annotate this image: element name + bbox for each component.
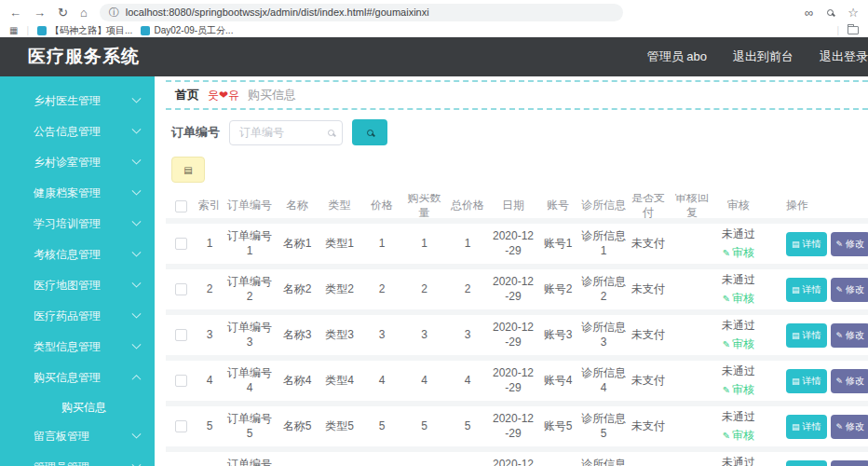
chevron-down-icon [132,217,142,226]
breadcrumb-home[interactable]: 首页 [175,87,199,103]
column-header: 账号 [536,199,579,213]
detail-button-label: 详情 [803,420,821,433]
detail-button[interactable]: ▤ 详情 [786,460,827,466]
sidebar-item-6[interactable]: 考核信息管理 [0,240,155,270]
bookmark-label: 【码神之路】项目... [50,24,132,37]
detail-button-label: 详情 [803,375,821,388]
edit-button[interactable]: ✎ 修改 [831,415,868,439]
sidebar-item-7[interactable]: 医疗地图管理 [0,270,155,301]
edit-button[interactable]: ✎ 修改 [831,278,868,302]
sidebar-item-label: 学习培训管理 [34,216,101,232]
cell-account: 账号3 [536,328,579,343]
cell-order-no: 订单编号4 [224,366,276,395]
review-status: 未通过 [722,227,755,242]
detail-button[interactable]: ▤ 详情 [786,323,827,348]
sidebar-item-8[interactable]: 医疗药品管理 [0,301,155,332]
edit-icon: ✎ [836,240,844,249]
breadcrumb-decor: 웃❤유 [208,88,239,103]
edit-button[interactable]: ✎ 修改 [831,460,868,466]
bookmark-star-icon[interactable]: ☆ [848,7,859,19]
sidebar-item-10[interactable]: 购买信息管理 [0,363,155,393]
review-link-label: 审核 [732,246,754,261]
bookmark-item-1[interactable]: 【码神之路】项目... [37,24,132,37]
cell-price: 2 [360,282,403,297]
divider: | [836,25,839,35]
select-all-checkbox[interactable] [175,200,187,212]
detail-button[interactable]: ▤ 详情 [786,369,827,393]
cell-index: 1 [196,237,224,252]
row-checkbox[interactable] [175,238,187,250]
cell-name: 名称4 [276,374,319,389]
detail-button[interactable]: ▤ 详情 [786,415,827,439]
bookmark-item-2[interactable]: Day02-09-员工分... [141,24,233,37]
sidebar-item-1[interactable]: 乡村医生管理 [0,86,155,116]
cell-order-no: 订单编号3 [224,321,276,350]
home-icon[interactable]: ⌂ [80,7,88,19]
forward-icon[interactable]: → [34,7,46,19]
order-number-input[interactable] [229,120,343,145]
chevron-down-icon [132,125,142,134]
review-link[interactable]: ✎ 审核 [723,292,754,307]
sidebar-item-label: 公告信息管理 [34,124,101,140]
divider: | [26,25,29,35]
detail-button-label: 详情 [803,329,821,342]
sidebar-item-12[interactable]: 管理员管理 [0,452,155,466]
cell-total: 3 [445,328,490,343]
sidebar-item-label: 考核信息管理 [34,247,101,263]
column-header: 购买数量 [403,194,445,221]
review-link[interactable]: ✎ 审核 [723,246,754,261]
review-link[interactable]: ✎ 审核 [723,337,754,352]
sidebar-item-3[interactable]: 乡村诊室管理 [0,147,155,178]
exit-to-front-link[interactable]: 退出到前台 [733,48,793,65]
cell-pay-status: 未支付 [628,374,669,389]
sidebar-menu: 乡村医生管理公告信息管理乡村诊室管理健康档案管理学习培训管理考核信息管理医疗地图… [0,76,155,466]
search-row: 订单编号 [166,119,868,145]
edit-button-label: 修改 [846,329,864,342]
address-bar[interactable]: ⓘ localhost:8080/springbootwssjx/admin/d… [100,4,623,21]
detail-button[interactable]: ▤ 详情 [786,278,827,302]
cell-account: 账号5 [536,419,579,434]
search-label: 订单编号 [171,124,220,141]
cell-date: 2020-12-29 [490,275,536,304]
sidebar-subitem[interactable]: 购买信息 [0,393,155,421]
bookmark-favicon [141,26,150,35]
row-checkbox[interactable] [175,329,187,341]
cell-name: 名称5 [276,419,319,434]
detail-button[interactable]: ▤ 详情 [786,232,827,256]
sidebar-item-4[interactable]: 健康档案管理 [0,178,155,209]
column-header: 审核 [715,199,762,213]
cell-review: 未通过 ✎ 审核 [715,364,762,397]
glasses-extension-icon[interactable]: ∞ [805,7,813,19]
reload-icon[interactable]: ↻ [58,7,68,19]
other-bookmarks-folder-icon[interactable] [848,26,859,34]
sidebar-item-label: 医疗地图管理 [34,278,101,294]
cell-actions: ▤ 详情 ✎ 修改 [762,369,868,393]
sidebar-item-2[interactable]: 公告信息管理 [0,116,155,147]
add-report-button[interactable]: ▤ [171,157,205,183]
zoom-search-icon[interactable] [827,9,834,16]
edit-button[interactable]: ✎ 修改 [831,369,868,393]
site-info-icon[interactable]: ⓘ [109,6,119,20]
sidebar-item-9[interactable]: 类型信息管理 [0,332,155,363]
row-checkbox[interactable] [175,420,187,432]
logout-link[interactable]: 退出登录 [820,48,868,65]
search-button[interactable] [352,119,387,145]
review-link[interactable]: ✎ 审核 [723,429,754,444]
chevron-down-icon [132,94,142,103]
back-icon[interactable]: ← [9,7,21,19]
column-header: 名称 [276,199,319,213]
chevron-down-icon [132,248,142,257]
row-checkbox[interactable] [175,375,187,387]
apps-grid-icon[interactable]: ▦ [9,25,18,35]
sidebar-item-5[interactable]: 学习培训管理 [0,209,155,240]
row-checkbox[interactable] [175,283,187,295]
edit-button[interactable]: ✎ 修改 [831,232,868,256]
edit-button[interactable]: ✎ 修改 [831,323,868,348]
admin-user-label[interactable]: 管理员 abo [647,48,707,65]
review-link[interactable]: ✎ 审核 [723,383,754,398]
chevron-down-icon [132,186,142,196]
sidebar-item-label: 管理员管理 [34,459,89,466]
sidebar-item-11[interactable]: 留言板管理 [0,421,155,452]
breadcrumb-current: 购买信息 [248,87,296,103]
detail-button-label: 详情 [803,238,821,251]
